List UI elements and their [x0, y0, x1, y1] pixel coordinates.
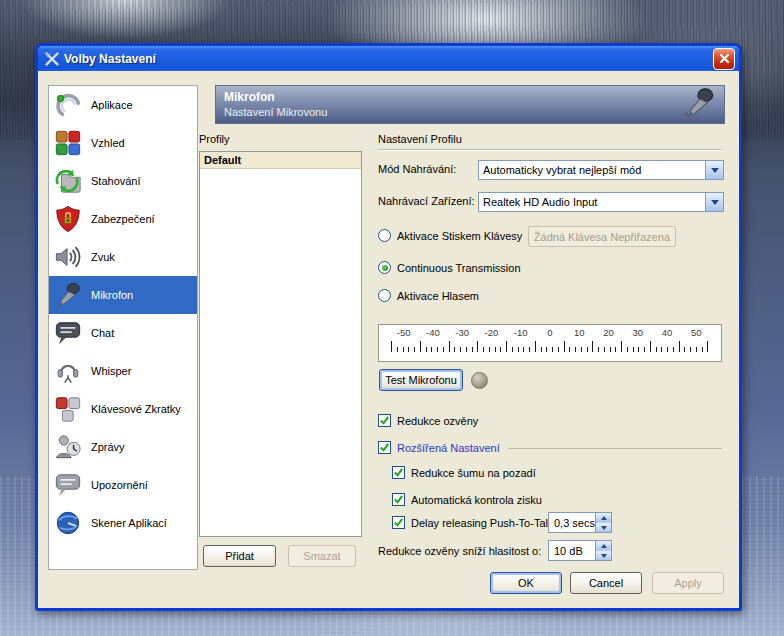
sidebar-item-klavesove-zkratky[interactable]: Klávesové Zkratky	[49, 390, 197, 428]
chevron-down-icon[interactable]	[705, 193, 723, 211]
ptt-delay-checkbox[interactable]	[392, 516, 405, 529]
meter-minor-tick	[558, 347, 559, 352]
meter-tick-label: 20	[594, 327, 623, 340]
mic-activity-indicator	[471, 372, 488, 389]
hotkey-assign-button[interactable]: Žádná Klávesa Nepřiřazena	[528, 226, 676, 247]
chevron-down-icon[interactable]	[705, 161, 723, 179]
add-profile-button[interactable]: Přidat	[203, 545, 276, 567]
sidebar-item-whisper[interactable]: Whisper	[49, 352, 197, 390]
sidebar-item-zpravy[interactable]: Zprávy	[49, 428, 197, 466]
sidebar: AplikaceVzhledStahováníZabezpečeníZvukMi…	[48, 85, 198, 570]
sidebar-item-label: Zvuk	[91, 251, 115, 263]
meter-minor-tick	[541, 347, 542, 352]
hotkeys-icon	[53, 394, 83, 424]
meter-minor-tick	[512, 347, 513, 352]
checkmark-icon	[379, 415, 390, 426]
meter-minor-tick	[426, 347, 427, 352]
meter-minor-tick	[569, 347, 570, 352]
meter-major-tick	[506, 341, 507, 352]
meter-minor-tick	[627, 347, 628, 352]
sidebar-item-zvuk[interactable]: Zvuk	[49, 238, 197, 276]
echo-reduction-checkbox[interactable]	[378, 414, 391, 427]
ptt-delay-spinner[interactable]: 0,3 secs	[548, 512, 612, 533]
application-icon	[53, 90, 83, 120]
checkmark-icon	[393, 494, 404, 505]
radio-continuous-transmission[interactable]	[378, 261, 391, 274]
meter-minor-tick	[633, 347, 634, 352]
meter-minor-tick	[437, 347, 438, 352]
app-scanner-globe-icon	[53, 508, 83, 538]
meter-major-tick	[477, 341, 478, 352]
profiles-list: Default	[199, 151, 362, 537]
meter-scale-labels: -50-40-30-20-1001020304050	[389, 327, 711, 340]
spinner-up-icon[interactable]	[596, 513, 611, 522]
apply-button[interactable]: Apply	[652, 572, 724, 594]
meter-major-tick	[535, 341, 536, 352]
meter-minor-tick	[552, 347, 553, 352]
page-header-text: Mikrofon Nastavení Mikrovonu	[224, 90, 682, 119]
meter-minor-tick	[523, 347, 524, 352]
sidebar-item-stahovani[interactable]: Stahování	[49, 162, 197, 200]
meter-minor-tick	[460, 347, 461, 352]
recording-mode-label: Mód Nahrávání:	[378, 163, 456, 175]
meter-minor-tick	[702, 347, 703, 352]
sidebar-item-upozorneni[interactable]: Upozornění	[49, 466, 197, 504]
sidebar-item-aplikace[interactable]: Aplikace	[49, 86, 197, 124]
checkmark-icon	[379, 442, 390, 453]
sidebar-item-label: Zabezpečení	[91, 213, 155, 225]
meter-tick-label: 10	[565, 327, 594, 340]
sidebar-item-mikrofon[interactable]: Mikrofon	[49, 276, 197, 314]
close-button[interactable]	[713, 48, 735, 70]
meter-major-tick	[621, 341, 622, 352]
meter-minor-tick	[403, 347, 404, 352]
sidebar-item-chat[interactable]: Chat	[49, 314, 197, 352]
radio-push-to-talk[interactable]	[378, 229, 391, 242]
delete-profile-button[interactable]: Smazat	[288, 545, 356, 567]
meter-tick-label: -30	[448, 327, 477, 340]
meter-major-tick	[707, 341, 708, 352]
meter-minor-tick	[443, 347, 444, 352]
meter-minor-tick	[696, 347, 697, 352]
security-shield-icon	[53, 204, 83, 234]
page-header: Mikrofon Nastavení Mikrovonu	[215, 85, 725, 124]
meter-tick-label: 50	[682, 327, 711, 340]
messages-clock-icon	[53, 432, 83, 462]
ptt-delay-value[interactable]: 0,3 secs	[549, 513, 595, 532]
page-subtitle: Nastavení Mikrovonu	[224, 105, 682, 119]
spinner-up-icon[interactable]	[596, 541, 611, 550]
spinner-down-icon[interactable]	[596, 522, 611, 532]
recording-mode-select[interactable]: Automaticky vybrat nejlepší mód	[478, 160, 724, 180]
meter-major-tick	[391, 341, 392, 352]
auto-gain-checkbox[interactable]	[392, 493, 405, 506]
noise-reduction-checkbox[interactable]	[392, 466, 405, 479]
echo-volume-spinner[interactable]: 10 dB	[548, 540, 612, 561]
meter-minor-tick	[638, 347, 639, 352]
echo-reduction-label: Redukce ozvěny	[397, 415, 478, 427]
ok-button[interactable]: OK	[490, 572, 562, 594]
sidebar-item-zabezpeceni[interactable]: Zabezpečení	[49, 200, 197, 238]
meter-major-tick	[592, 341, 593, 352]
titlebar: Volby Nastavení	[38, 46, 739, 71]
cancel-button[interactable]: Cancel	[570, 572, 642, 594]
sidebar-item-label: Klávesové Zkratky	[91, 403, 181, 415]
recording-device-value: Realtek HD Audio Input	[479, 196, 705, 208]
advanced-settings-checkbox[interactable]	[378, 441, 391, 454]
downloads-icon	[53, 166, 83, 196]
meter-scale-ticks	[389, 340, 711, 352]
sidebar-item-vzhled[interactable]: Vzhled	[49, 124, 197, 162]
meter-minor-tick	[615, 347, 616, 352]
section-divider	[378, 149, 722, 151]
appearance-icon	[53, 128, 83, 158]
recording-device-select[interactable]: Realtek HD Audio Input	[478, 192, 724, 212]
radio-voice-activation[interactable]	[378, 289, 391, 302]
meter-minor-tick	[644, 347, 645, 352]
meter-minor-tick	[661, 347, 662, 352]
close-icon	[719, 53, 730, 64]
meter-minor-tick	[529, 347, 530, 352]
test-microphone-button[interactable]: Test Mikrofonu	[379, 369, 463, 391]
spinner-down-icon[interactable]	[596, 550, 611, 560]
profile-list-item[interactable]: Default	[200, 152, 361, 169]
advanced-divider	[508, 448, 722, 449]
sidebar-item-skener-aplikaci[interactable]: Skener Aplikací	[49, 504, 197, 542]
echo-volume-value[interactable]: 10 dB	[549, 541, 595, 560]
